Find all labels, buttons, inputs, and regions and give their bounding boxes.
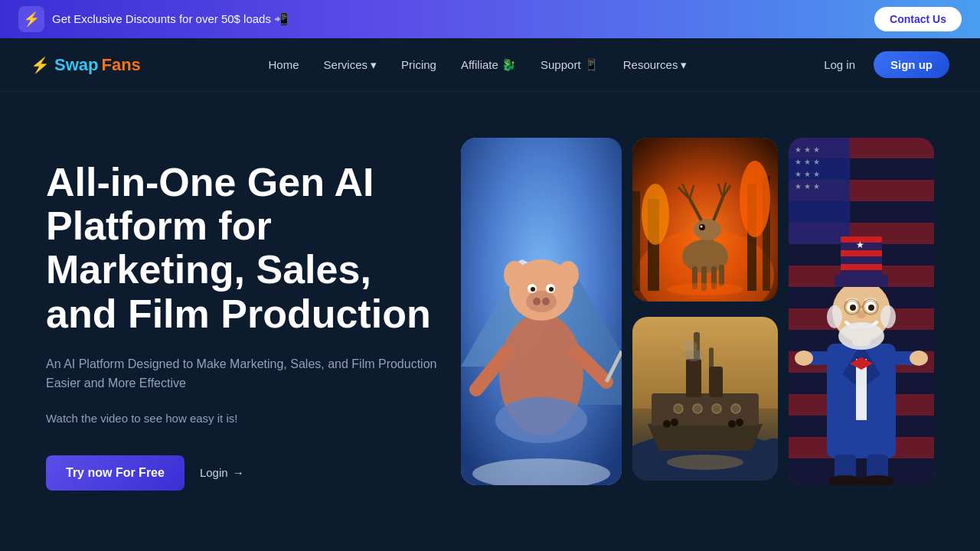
svg-point-52 <box>712 404 721 413</box>
hero-login-label: Login <box>200 466 228 479</box>
deer-card-content <box>632 138 778 302</box>
nav-pricing[interactable]: Pricing <box>392 52 446 77</box>
svg-rect-93 <box>835 275 888 287</box>
logo-mark-icon: ⚡ <box>31 56 50 74</box>
svg-rect-97 <box>841 264 882 270</box>
nav-services[interactable]: Services ▾ <box>315 52 387 78</box>
svg-point-14 <box>504 261 525 289</box>
hero-login-link[interactable]: Login → <box>200 466 244 479</box>
hero-section: All-in-One Gen AI Platform for Marketing… <box>0 92 980 551</box>
svg-point-106 <box>880 305 896 328</box>
svg-point-64 <box>667 455 743 470</box>
hero-image-deer <box>632 138 778 302</box>
chevron-down-icon: ▾ <box>371 58 377 72</box>
svg-point-7 <box>526 291 557 312</box>
svg-point-27 <box>740 161 770 237</box>
ship-illustration <box>632 317 778 481</box>
svg-point-36 <box>701 226 703 228</box>
svg-point-100 <box>850 305 856 311</box>
chevron-down-icon-resources: ▾ <box>681 58 687 72</box>
svg-point-102 <box>868 305 874 311</box>
svg-point-9 <box>542 298 550 305</box>
ship-card-content <box>632 317 778 481</box>
hero-image-ship <box>632 317 778 481</box>
svg-point-11 <box>531 287 535 292</box>
svg-rect-96 <box>841 250 882 256</box>
banner-left: ⚡ Get Exclusive Discounts for over 50$ l… <box>18 6 289 32</box>
nav-affiliate[interactable]: Affiliate 🐉 <box>452 52 525 78</box>
uncle-card-content: ★ ★ ★ ★ ★ ★ ★ ★ ★ ★ ★ ★ <box>789 138 934 485</box>
nav-right: Log in Sign up <box>815 51 949 78</box>
pig-illustration <box>461 138 622 485</box>
svg-point-45 <box>667 283 743 295</box>
hero-image-uncle-sam: ★ ★ ★ ★ ★ ★ ★ ★ ★ ★ ★ ★ <box>789 138 934 485</box>
arrow-icon: → <box>233 466 244 479</box>
hero-cta: Try now For Free Login → <box>46 455 444 491</box>
hero-title: All-in-One Gen AI Platform for Marketing… <box>46 161 444 336</box>
contact-us-button[interactable]: Contact Us <box>874 7 962 31</box>
svg-point-59 <box>682 341 697 351</box>
svg-rect-57 <box>709 367 723 397</box>
svg-point-15 <box>557 261 579 289</box>
svg-point-105 <box>827 305 842 328</box>
svg-point-60 <box>663 420 671 428</box>
svg-rect-56 <box>686 359 701 397</box>
nav-resources[interactable]: Resources ▾ <box>614 52 697 78</box>
svg-point-62 <box>728 420 736 428</box>
logo[interactable]: ⚡ Swap Fans <box>31 55 141 75</box>
top-banner: ⚡ Get Exclusive Discounts for over 50$ l… <box>0 0 980 38</box>
nav-home[interactable]: Home <box>260 52 309 77</box>
nav-support[interactable]: Support 📱 <box>531 52 608 78</box>
try-now-button[interactable]: Try now For Free <box>46 455 185 491</box>
hero-images: ★ ★ ★ ★ ★ ★ ★ ★ ★ ★ ★ ★ <box>461 138 934 485</box>
lightning-icon: ⚡ <box>18 6 44 32</box>
svg-point-13 <box>549 287 554 292</box>
hero-watch-text: Watch the video to see how easy it is! <box>46 412 444 425</box>
svg-point-8 <box>533 298 541 305</box>
svg-point-50 <box>674 404 683 413</box>
svg-point-5 <box>495 397 587 443</box>
hero-subtitle: An AI Platform Designed to Make Marketin… <box>46 354 444 393</box>
deer-illustration <box>632 138 778 302</box>
svg-point-34 <box>694 219 721 240</box>
logo-fans: Fans <box>101 55 140 75</box>
svg-point-63 <box>736 419 743 426</box>
signup-button[interactable]: Sign up <box>874 51 949 78</box>
svg-text:★: ★ <box>856 240 864 250</box>
svg-point-90 <box>910 350 928 366</box>
svg-rect-32 <box>719 265 724 286</box>
logo-swap: Swap <box>54 55 98 75</box>
navbar: ⚡ Swap Fans Home Services ▾ Pricing Affi… <box>0 38 980 92</box>
svg-point-26 <box>642 184 669 245</box>
pig-card-content <box>461 138 622 485</box>
login-button[interactable]: Log in <box>815 52 864 77</box>
svg-rect-24 <box>632 191 640 291</box>
hero-image-pig <box>461 138 622 485</box>
hero-left: All-in-One Gen AI Platform for Marketing… <box>46 138 444 491</box>
svg-point-53 <box>731 404 740 413</box>
banner-text: Get Exclusive Discounts for over 50$ loa… <box>52 12 289 26</box>
svg-point-89 <box>795 350 813 366</box>
nav-links: Home Services ▾ Pricing Affiliate 🐉 Supp… <box>260 52 697 78</box>
svg-point-61 <box>671 419 678 426</box>
svg-point-104 <box>838 322 884 350</box>
uncle-sam-illustration: ★ ★ ★ ★ ★ ★ ★ ★ ★ ★ ★ ★ <box>789 138 934 485</box>
svg-point-51 <box>693 404 702 413</box>
